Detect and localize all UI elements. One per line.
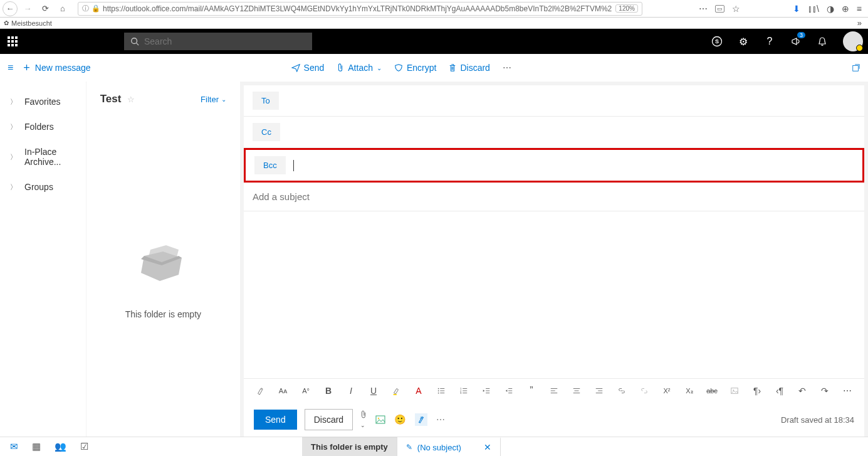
quote-icon[interactable]: ” (525, 384, 538, 398)
cc-input[interactable] (286, 127, 855, 137)
empty-folder-icon (132, 228, 194, 290)
home-button[interactable]: ⌂ (55, 1, 70, 16)
bookmark-star-icon[interactable]: ☆ (732, 4, 740, 14)
font-icon[interactable]: Aᴀ (276, 384, 290, 398)
subject-input[interactable] (253, 191, 855, 202)
bcc-label[interactable]: Bcc (254, 156, 286, 174)
skype-icon[interactable]: S (711, 36, 723, 47)
discard-button[interactable]: Discard (305, 409, 353, 430)
italic-icon[interactable]: I (344, 384, 358, 398)
shield-icon[interactable]: ⊕ (842, 4, 849, 14)
popout-icon[interactable] (852, 63, 860, 72)
send-more-icon[interactable]: ⋯ (436, 415, 445, 425)
text-cursor (293, 160, 294, 171)
subscript-icon[interactable]: X₂ (682, 384, 696, 398)
favorite-star-icon[interactable]: ☆ (127, 95, 135, 104)
font-size-icon[interactable]: A° (299, 384, 313, 398)
calendar-module-icon[interactable]: ▦ (32, 441, 41, 452)
folder-title: Test (100, 93, 122, 105)
superscript-icon[interactable]: X² (660, 384, 674, 398)
library-icon[interactable]: ⫿⫿\ (808, 4, 819, 14)
signature-icon[interactable]: A (415, 413, 427, 426)
send-button[interactable]: Send (254, 410, 297, 430)
people-module-icon[interactable]: 👥 (55, 441, 66, 452)
nav-folders[interactable]: 〉Folders (0, 114, 86, 139)
strikethrough-icon[interactable]: abc (705, 384, 719, 398)
nav-archive[interactable]: 〉In-Place Archive... (0, 139, 86, 174)
nav-groups[interactable]: 〉Groups (0, 174, 86, 199)
format-more-icon[interactable]: ⋯ (840, 384, 854, 398)
downloads-icon[interactable]: ⬇ (793, 4, 800, 14)
message-body[interactable] (244, 211, 864, 378)
reader-icon[interactable]: ▭ (715, 5, 724, 13)
font-color-icon[interactable]: A (412, 384, 426, 398)
search-input[interactable] (144, 36, 306, 46)
send-row: Send Discard ⌄ 🙂 A ⋯ Draft saved at 18:3… (244, 403, 864, 437)
mail-module-icon[interactable]: ✉ (10, 441, 18, 452)
announce-icon[interactable]: 3 (790, 36, 802, 47)
bold-icon[interactable]: B (322, 384, 335, 398)
nav-favorites[interactable]: 〉Favorites (0, 89, 86, 114)
bcc-input[interactable] (298, 161, 854, 171)
zoom-badge[interactable]: 120% (615, 4, 638, 13)
url-bar[interactable]: ⓘ 🔒 https://outlook.office.com/mail/AAMk… (78, 2, 642, 16)
app-launcher-icon[interactable] (8, 36, 18, 46)
bookmarks-overflow-icon[interactable]: » (857, 18, 864, 28)
help-icon[interactable]: ? (764, 36, 775, 47)
bell-icon[interactable] (817, 36, 828, 47)
tasks-module-icon[interactable]: ☑ (80, 441, 88, 452)
emoji-icon[interactable]: 🙂 (394, 414, 406, 425)
forward-button[interactable]: → (20, 1, 35, 16)
container-icon[interactable]: ◑ (827, 4, 834, 14)
empty-text: This folder is empty (125, 309, 201, 319)
send-action[interactable]: Send (291, 63, 325, 73)
insert-picture-icon[interactable] (375, 415, 385, 424)
rtl-icon[interactable]: ‹¶ (773, 384, 787, 398)
avatar[interactable] (843, 31, 863, 51)
encrypt-action[interactable]: Encrypt (394, 63, 436, 73)
underline-icon[interactable]: U (367, 384, 380, 398)
chevron-down-icon: ⌄ (221, 96, 226, 103)
ltr-icon[interactable]: ¶› (750, 384, 764, 398)
svg-point-6 (438, 388, 439, 390)
filter-button[interactable]: Filter ⌄ (201, 95, 226, 104)
highlight-icon[interactable] (389, 384, 403, 398)
chevron-down-icon: ⌄ (377, 65, 382, 72)
align-right-icon[interactable] (592, 384, 606, 398)
discard-action[interactable]: Discard (449, 63, 489, 73)
compose-pane: To Cc Bcc Aᴀ A° B I U A 123 (244, 85, 864, 437)
bookmark-item[interactable]: Meistbesucht (11, 19, 52, 27)
new-message-button[interactable]: + New message (23, 61, 90, 75)
menu-icon[interactable]: ≡ (857, 4, 862, 14)
align-center-icon[interactable] (570, 384, 583, 398)
back-button[interactable]: ← (3, 1, 18, 16)
numbering-icon[interactable]: 123 (457, 384, 471, 398)
undo-icon[interactable]: ↶ (795, 384, 809, 398)
indent-icon[interactable] (502, 384, 516, 398)
bullets-icon[interactable] (434, 384, 448, 398)
format-painter-icon[interactable] (254, 384, 268, 398)
link-icon[interactable] (615, 384, 629, 398)
close-icon[interactable]: ✕ (484, 442, 491, 452)
reload-button[interactable]: ⟳ (38, 1, 53, 16)
insert-image-icon[interactable] (728, 384, 741, 398)
attach-dropdown-icon[interactable]: ⌄ (360, 410, 367, 429)
to-label[interactable]: To (253, 92, 279, 110)
tab-draft[interactable]: ✎ (No subject) ✕ (397, 437, 501, 457)
to-input[interactable] (285, 96, 855, 106)
outdent-icon[interactable] (479, 384, 493, 398)
attach-action[interactable]: Attach ⌄ (337, 63, 382, 73)
settings-icon[interactable]: ⚙ (738, 36, 749, 47)
cc-label[interactable]: Cc (253, 123, 280, 141)
tab-folder[interactable]: This folder is empty (302, 437, 397, 457)
align-left-icon[interactable] (547, 384, 561, 398)
unlink-icon[interactable] (637, 384, 651, 398)
hamburger-icon[interactable]: ≡ (8, 62, 13, 73)
search-box[interactable] (124, 33, 312, 50)
svg-text:A: A (420, 416, 422, 420)
more-actions-icon[interactable]: ⋯ (503, 63, 511, 73)
more-icon[interactable]: ⋯ (699, 4, 708, 14)
redo-icon[interactable]: ↷ (818, 384, 832, 398)
svg-point-36 (378, 418, 379, 419)
svg-rect-4 (853, 66, 859, 72)
